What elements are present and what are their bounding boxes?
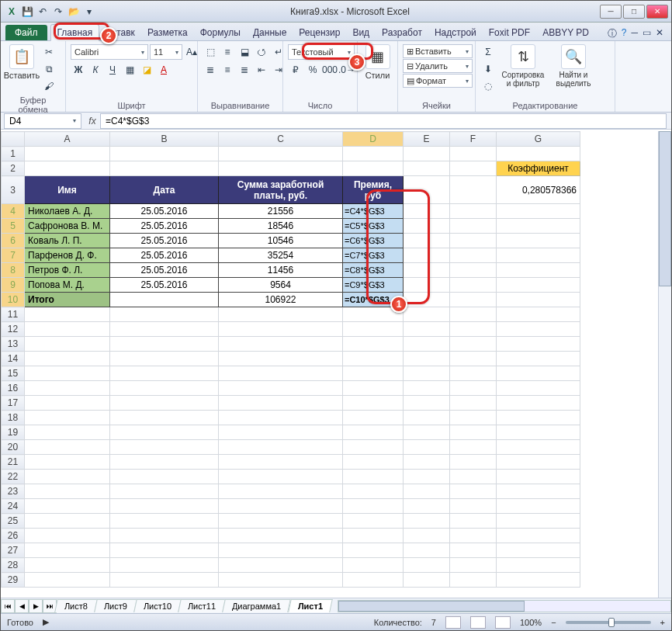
align-bot-icon[interactable]: ⬓ <box>237 44 252 60</box>
font-color-icon[interactable]: A <box>156 62 171 78</box>
mdi-restore-icon[interactable]: ▭ <box>643 27 651 40</box>
cell-header-date[interactable]: Дата <box>110 176 219 204</box>
ribbon-min-icon[interactable]: ⓘ <box>608 27 617 40</box>
sheet-first-icon[interactable]: ⏮ <box>1 599 15 613</box>
cell-A7[interactable]: Парфенов Д. Ф. <box>25 248 110 263</box>
tab-view[interactable]: Вид <box>346 25 376 40</box>
col-G[interactable]: G <box>497 132 580 147</box>
cell-header-name[interactable]: Имя <box>25 176 110 204</box>
vertical-scrollbar[interactable] <box>658 131 671 598</box>
row-25[interactable]: 25 <box>2 514 25 529</box>
row-2[interactable]: 2 <box>2 161 25 176</box>
zoom-in-icon[interactable]: + <box>660 618 665 627</box>
row-17[interactable]: 17 <box>2 396 25 411</box>
delete-cells-button[interactable]: ⊟ Удалить▾ <box>403 59 473 73</box>
sheet-next-icon[interactable]: ▶ <box>29 599 43 613</box>
minimize-button[interactable]: ─ <box>600 5 622 19</box>
styles-button[interactable]: ▦ Стили <box>362 44 393 80</box>
row-22[interactable]: 22 <box>2 470 25 484</box>
row-11[interactable]: 11 <box>2 307 25 322</box>
cell-C6[interactable]: 10546 <box>219 234 343 248</box>
tab-addins[interactable]: Надстрой <box>428 25 483 40</box>
clear-icon[interactable]: ◌ <box>480 78 496 94</box>
italic-icon[interactable]: К <box>88 62 103 78</box>
zoom-thumb[interactable] <box>608 618 615 627</box>
tab-formulas[interactable]: Формулы <box>194 25 247 40</box>
col-A[interactable]: A <box>25 132 110 147</box>
cell-D10[interactable]: =C10*$G$3 <box>343 293 404 307</box>
maximize-button[interactable]: □ <box>623 5 645 19</box>
cell-D9[interactable]: =C9*$G$3 <box>343 278 404 293</box>
cell-B5[interactable]: 25.05.2016 <box>110 219 219 234</box>
row-13[interactable]: 13 <box>2 337 25 352</box>
cell-coeff-header[interactable]: Коэффициент <box>497 161 580 176</box>
row-29[interactable]: 29 <box>2 573 25 588</box>
tab-developer[interactable]: Разработ <box>376 25 428 40</box>
cell-B4[interactable]: 25.05.2016 <box>110 204 219 219</box>
open-icon[interactable]: 📂 <box>68 5 80 18</box>
bold-icon[interactable]: Ж <box>71 62 86 78</box>
row-14[interactable]: 14 <box>2 352 25 366</box>
cell-D8[interactable]: =C8*$G$3 <box>343 263 404 278</box>
cell-A5[interactable]: Сафронова В. М. <box>25 219 110 234</box>
row-19[interactable]: 19 <box>2 425 25 440</box>
row-16[interactable]: 16 <box>2 381 25 396</box>
col-E[interactable]: E <box>404 132 450 147</box>
border-icon[interactable]: ▦ <box>122 62 137 78</box>
col-B[interactable]: B <box>110 132 219 147</box>
inc-decimal-icon[interactable]: .0→ <box>339 62 355 78</box>
row-6[interactable]: 6 <box>2 234 25 248</box>
fill-color-icon[interactable]: ◪ <box>139 62 154 78</box>
cell-B6[interactable]: 25.05.2016 <box>110 234 219 248</box>
sheet-tab-4[interactable]: Диаграмма1 <box>223 599 292 612</box>
align-mid-icon[interactable]: ≡ <box>220 44 235 60</box>
align-top-icon[interactable]: ⬚ <box>203 44 218 60</box>
view-layout-icon[interactable] <box>470 616 486 629</box>
fx-icon[interactable]: fx <box>85 116 100 127</box>
cell-C7[interactable]: 35254 <box>219 248 343 263</box>
cell-header-bonus[interactable]: Премия, руб <box>343 176 404 204</box>
comma-icon[interactable]: 000 <box>322 62 338 78</box>
percent-icon[interactable]: % <box>305 62 320 78</box>
find-select-button[interactable]: 🔍 Найти и выделить <box>550 44 597 88</box>
redo-icon[interactable]: ↷ <box>52 5 64 18</box>
cell-B9[interactable]: 25.05.2016 <box>110 278 219 293</box>
undo-icon[interactable]: ↶ <box>36 5 49 18</box>
cell-coeff-value[interactable]: 0,280578366 <box>497 176 580 204</box>
sheet-tab-0[interactable]: Лист8 <box>54 599 98 612</box>
number-format-combo[interactable]: Текстовый▾ <box>288 44 355 60</box>
cell-C5[interactable]: 18546 <box>219 219 343 234</box>
tab-review[interactable]: Рецензир <box>293 25 346 40</box>
row-18[interactable]: 18 <box>2 411 25 425</box>
tab-home[interactable]: Главная <box>50 24 100 41</box>
row-8[interactable]: 8 <box>2 263 25 278</box>
sheet-tab-1[interactable]: Лист9 <box>94 599 137 612</box>
cell-A9[interactable]: Попова М. Д. <box>25 278 110 293</box>
vscroll-thumb[interactable] <box>659 131 671 286</box>
close-button[interactable]: ✕ <box>646 5 668 19</box>
view-normal-icon[interactable] <box>445 616 461 629</box>
dec-indent-icon[interactable]: ⇤ <box>254 62 269 78</box>
row-15[interactable]: 15 <box>2 366 25 381</box>
align-right-icon[interactable]: ≣ <box>237 62 252 78</box>
cell-B10[interactable] <box>110 293 219 307</box>
cell-D6[interactable]: =C6*$G$3 <box>343 234 404 248</box>
row-27[interactable]: 27 <box>2 543 25 558</box>
cell-A4[interactable]: Николаев А. Д. <box>25 204 110 219</box>
tab-layout[interactable]: Разметка <box>141 25 194 40</box>
tab-data[interactable]: Данные <box>247 25 293 40</box>
autosum-icon[interactable]: Σ <box>480 44 496 60</box>
col-D[interactable]: D <box>343 132 404 147</box>
underline-icon[interactable]: Ч <box>105 62 120 78</box>
spreadsheet-grid[interactable]: A B C D E F G 1 2 Коэффициент 3 Имя Дата… <box>1 131 580 588</box>
cell-D5[interactable]: =C5*$G$3 <box>343 219 404 234</box>
cell-B7[interactable]: 25.05.2016 <box>110 248 219 263</box>
row-1[interactable]: 1 <box>2 147 25 161</box>
cell-B8[interactable]: 25.05.2016 <box>110 263 219 278</box>
name-box[interactable]: D4▾ <box>4 113 81 129</box>
cell-C10[interactable]: 106922 <box>219 293 343 307</box>
row-24[interactable]: 24 <box>2 499 25 514</box>
mdi-min-icon[interactable]: ─ <box>631 27 638 40</box>
row-4[interactable]: 4 <box>2 204 25 219</box>
orientation-icon[interactable]: ⭯ <box>254 44 269 60</box>
